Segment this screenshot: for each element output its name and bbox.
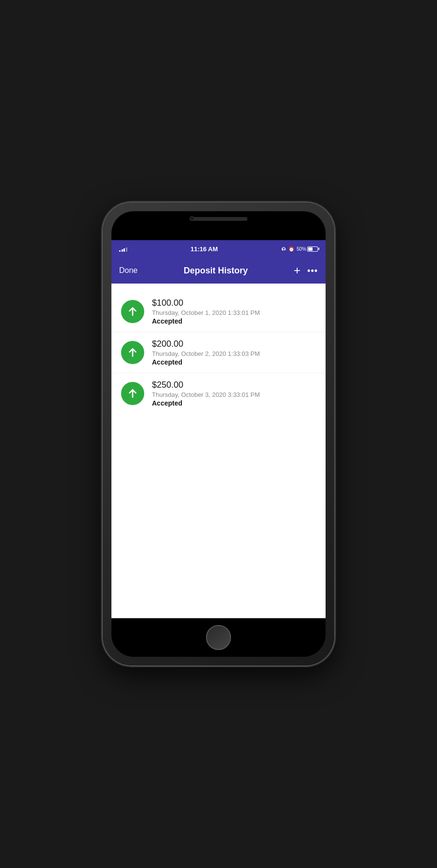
deposit-item-1[interactable]: $100.00 Thursday, October 1, 2020 1:33:0… (111, 291, 326, 332)
deposit-icon-2 (121, 341, 144, 364)
deposit-amount-1: $100.00 (152, 298, 260, 308)
signal-bar-4 (126, 247, 127, 252)
alarm-icon: ⏰ (288, 246, 294, 252)
deposit-details-1: $100.00 Thursday, October 1, 2020 1:33:0… (152, 298, 260, 325)
battery-fill (308, 247, 313, 251)
signal-bar-2 (122, 249, 123, 252)
phone-speaker (190, 217, 247, 221)
more-button[interactable]: ••• (307, 266, 318, 276)
page-title: Deposit History (184, 266, 248, 276)
deposit-item-2[interactable]: $200.00 Thursday, October 2, 2020 1:33:0… (111, 332, 326, 373)
content-area: $100.00 Thursday, October 1, 2020 1:33:0… (111, 284, 326, 618)
nav-actions: + ••• (294, 265, 318, 276)
status-right: ⮉ ⏰ 50% (281, 246, 318, 252)
deposit-icon-1 (121, 300, 144, 323)
status-bar: 11:16 AM ⮉ ⏰ 50% (111, 240, 326, 258)
signal-bars (119, 246, 127, 252)
battery-percent: 50% (297, 246, 306, 252)
location-icon: ⮉ (281, 246, 286, 252)
deposit-icon-3 (121, 382, 144, 405)
done-button[interactable]: Done (119, 266, 137, 275)
phone-inner: 11:16 AM ⮉ ⏰ 50% Done Depos (111, 211, 326, 657)
status-time: 11:16 AM (191, 245, 218, 253)
deposit-details-3: $250.00 Thursday, October 3, 2020 3:33:0… (152, 380, 260, 407)
up-arrow-icon-2 (126, 346, 139, 359)
home-button[interactable] (206, 625, 231, 650)
add-button[interactable]: + (294, 265, 300, 276)
battery-icon (307, 246, 318, 252)
nav-bar: Done Deposit History + ••• (111, 258, 326, 284)
deposit-date-2: Thursday, October 2, 2020 1:33:03 PM (152, 350, 260, 357)
deposit-status-3: Accepted (152, 399, 260, 407)
deposit-details-2: $200.00 Thursday, October 2, 2020 1:33:0… (152, 339, 260, 366)
deposit-item-3[interactable]: $250.00 Thursday, October 3, 2020 3:33:0… (111, 373, 326, 414)
deposit-date-1: Thursday, October 1, 2020 1:33:01 PM (152, 309, 260, 316)
phone-device: 11:16 AM ⮉ ⏰ 50% Done Depos (103, 203, 334, 665)
battery-container: 50% (297, 246, 318, 252)
phone-camera (190, 216, 194, 221)
deposit-status-2: Accepted (152, 358, 260, 366)
up-arrow-icon-3 (126, 387, 139, 400)
status-left (119, 246, 127, 252)
up-arrow-icon (126, 305, 139, 318)
phone-screen: 11:16 AM ⮉ ⏰ 50% Done Depos (111, 240, 326, 618)
signal-bar-3 (123, 248, 125, 252)
deposit-date-3: Thursday, October 3, 2020 3:33:01 PM (152, 391, 260, 398)
deposit-amount-2: $200.00 (152, 339, 260, 349)
signal-bar-1 (119, 250, 121, 252)
deposit-amount-3: $250.00 (152, 380, 260, 390)
deposit-status-1: Accepted (152, 317, 260, 325)
